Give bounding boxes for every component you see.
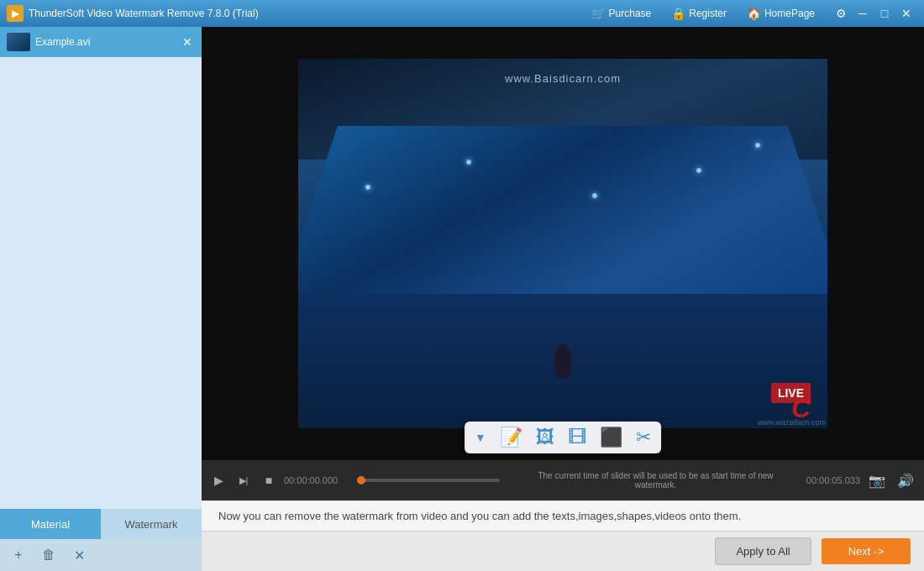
tab-watermark[interactable]: Watermark (101, 509, 202, 539)
playback-status: The current time of slider will be used … (510, 471, 801, 490)
next-button[interactable]: Next -> (822, 538, 911, 564)
pool-surface (298, 126, 827, 294)
purchase-button[interactable]: 🛒 Purchase (583, 4, 660, 23)
info-bar: Now you can remove the watermark from vi… (202, 500, 924, 531)
info-message: Now you can remove the watermark from vi… (218, 510, 741, 522)
close-button[interactable]: ✕ (895, 3, 917, 24)
minimize-button[interactable]: ─ (852, 3, 874, 24)
home-icon: 🏠 (747, 7, 761, 20)
tab-material[interactable]: Material (0, 509, 101, 539)
app-icon: ▶ (7, 5, 24, 22)
pool-light-2 (466, 160, 471, 165)
time-end: 00:00:05.033 (806, 475, 860, 485)
file-name: Example.avi (35, 36, 175, 48)
cancel-button[interactable]: ✕ (67, 543, 91, 567)
diver-figure (554, 344, 571, 378)
timeline[interactable] (361, 479, 500, 482)
window-controls: ⚙ ─ □ ✕ (830, 3, 917, 24)
erase-icon: ✂ (636, 427, 651, 448)
sidebar-file-area (0, 57, 202, 509)
right-panel: LIVE C www.Baisdicarn.com www.wazaifacn.… (202, 27, 924, 571)
delete-button[interactable]: 🗑 (37, 543, 60, 567)
pool-light-1 (365, 185, 370, 190)
video-area[interactable]: LIVE C www.Baisdicarn.com www.wazaifacn.… (202, 27, 924, 460)
sidebar: Example.avi ✕ Material Watermark + 🗑 ✕ (0, 27, 202, 571)
add-shape-watermark-button[interactable]: ⬛ (600, 427, 622, 448)
pool-light-5 (592, 193, 597, 198)
app-title: ThunderSoft Video Watermark Remove 7.8.0… (29, 8, 583, 19)
volume-button[interactable]: 🔊 (894, 469, 917, 492)
apply-to-all-button[interactable]: Apply to All (715, 537, 811, 565)
timeline-thumb[interactable] (357, 476, 365, 485)
down-arrow-icon: ▼ (475, 431, 486, 444)
trash-icon: 🗑 (42, 547, 55, 563)
time-start: 00:00:00.000 (284, 475, 351, 485)
video-frame: LIVE C www.Baisdicarn.com www.wazaifacn.… (298, 59, 827, 428)
settings-button[interactable]: ⚙ (830, 3, 852, 24)
video-scene: LIVE C www.Baisdicarn.com (298, 59, 827, 428)
pool-light-3 (696, 168, 701, 173)
pool-light-4 (755, 143, 760, 148)
register-button[interactable]: 🔒 Register (663, 4, 735, 23)
screenshot-button[interactable]: 📷 (865, 469, 889, 492)
action-bar: Apply to All Next -> (202, 531, 924, 571)
step-forward-button[interactable]: ▶| (234, 470, 254, 490)
nav-items: 🛒 Purchase 🔒 Register 🏠 HomePage (583, 4, 823, 23)
x-icon: ✕ (74, 547, 85, 563)
stop-button[interactable]: ■ (259, 470, 279, 490)
file-thumbnail (7, 33, 30, 51)
file-close-button[interactable]: ✕ (180, 34, 195, 50)
add-button[interactable]: + (7, 543, 30, 567)
erase-watermark-button[interactable]: ✂ (636, 427, 651, 448)
sidebar-toolbar: + 🗑 ✕ (0, 539, 202, 571)
add-image-watermark-button[interactable]: 🖼 (536, 427, 554, 448)
shape-icon: ⬛ (600, 427, 622, 448)
lock-icon: 🔒 (671, 7, 685, 20)
cart-icon: 🛒 (591, 7, 606, 20)
file-tab[interactable]: Example.avi ✕ (0, 27, 202, 57)
main-layout: Example.avi ✕ Material Watermark + 🗑 ✕ (0, 27, 924, 571)
title-bar: ▶ ThunderSoft Video Watermark Remove 7.8… (0, 0, 924, 27)
add-media-watermark-button[interactable]: 🎞 (568, 427, 586, 448)
watermark-add-toolbar: ▼ 📝 🖼 🎞 ⬛ ✂ (465, 422, 661, 453)
playback-bar: ▶ ▶| ■ 00:00:00.000 The current time of … (202, 460, 924, 500)
play-button[interactable]: ▶ (208, 470, 228, 490)
video-watermark-text: www.Baisdicarn.com (505, 72, 621, 85)
homepage-button[interactable]: 🏠 HomePage (738, 4, 823, 23)
media-icon: 🎞 (568, 427, 586, 448)
text-icon: 📝 (500, 427, 522, 448)
timeline-track[interactable] (361, 479, 500, 482)
sidebar-tabs: Material Watermark (0, 509, 202, 539)
image-icon: 🖼 (536, 427, 554, 448)
maximize-button[interactable]: □ (874, 3, 895, 24)
site-logo: www.wazaifacn.com (758, 418, 826, 427)
add-text-watermark-button[interactable]: 📝 (500, 427, 522, 448)
